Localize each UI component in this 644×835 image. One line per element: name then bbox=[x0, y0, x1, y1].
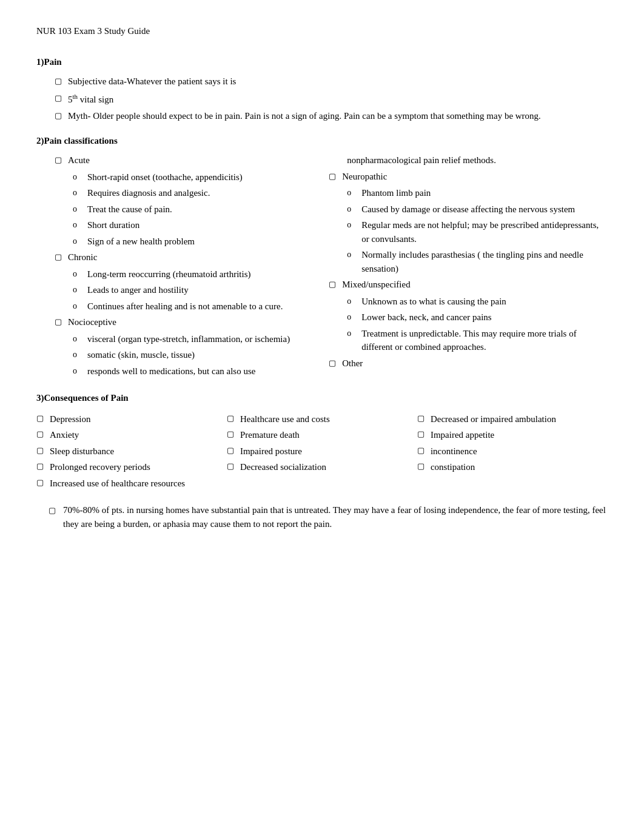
bullet-text: Increased use of healthcare resources bbox=[50, 477, 185, 491]
bullet-o-icon: o bbox=[73, 364, 87, 377]
bullet-o-icon: o bbox=[347, 327, 361, 340]
list-item: ▢ Healthcare use and costs bbox=[227, 412, 411, 426]
bullet-icon: ▢ bbox=[227, 444, 240, 457]
bullet-text: Unknown as to what is causing the pain bbox=[361, 295, 506, 309]
list-item: o Treat the cause of pain. bbox=[73, 203, 304, 216]
list-item: ▢ Sleep disturbance bbox=[36, 444, 221, 458]
bullet-text: Impaired appetite bbox=[431, 428, 494, 442]
list-item: ▢ Decreased or impaired ambulation bbox=[417, 412, 602, 426]
classifications-section: ▢ Acute o Short-rapid onset (toothache, … bbox=[36, 153, 608, 380]
list-item: o Requires diagnosis and analgesic. bbox=[73, 186, 304, 200]
page-title: NUR 103 Exam 3 Study Guide bbox=[36, 24, 608, 38]
bullet-o-icon: o bbox=[73, 283, 87, 296]
consequences-table: ▢ Depression ▢ Anxiety ▢ Sleep disturban… bbox=[36, 412, 608, 493]
bullet-o-icon: o bbox=[73, 348, 87, 361]
list-item: o Unknown as to what is causing the pain bbox=[347, 295, 608, 309]
bullet-text: Long-term reoccurring (rheumatoid arthri… bbox=[87, 267, 250, 281]
bullet-icon: ▢ bbox=[55, 154, 68, 166]
section-3-heading: 3)Consequences of Pain bbox=[36, 391, 608, 405]
bullet-icon: ▢ bbox=[36, 412, 50, 424]
list-item: ▢ constipation bbox=[417, 460, 602, 474]
bullet-o-icon: o bbox=[73, 235, 87, 247]
bullet-o-icon: o bbox=[347, 310, 361, 323]
list-item: ▢ Other bbox=[329, 357, 608, 371]
bullet-text: Normally includes parasthesias ( the tin… bbox=[361, 248, 608, 275]
bullet-icon: ▢ bbox=[417, 428, 431, 440]
consequences-col-1: ▢ Depression ▢ Anxiety ▢ Sleep disturban… bbox=[36, 412, 227, 493]
classifications-left-col: ▢ Acute o Short-rapid onset (toothache, … bbox=[36, 153, 310, 380]
list-item: ▢ Depression bbox=[36, 412, 221, 426]
list-item: ▢ Premature death bbox=[227, 428, 411, 442]
list-item: ▢ Myth- Older people should expect to be… bbox=[55, 109, 608, 123]
list-item: nonpharmacological pain relief methods. bbox=[347, 153, 608, 167]
bullet-icon: ▢ bbox=[329, 278, 342, 290]
bullet-text: Sign of a new health problem bbox=[87, 235, 195, 249]
list-item: ▢ Neuropathic bbox=[329, 170, 608, 184]
list-item: o Caused by damage or disease affecting … bbox=[347, 203, 608, 216]
list-item: o Short duration bbox=[73, 218, 304, 232]
bullet-text: Lower back, neck, and cancer pains bbox=[361, 310, 491, 324]
bullet-icon: ▢ bbox=[329, 170, 342, 183]
bullet-text: somatic (skin, muscle, tissue) bbox=[87, 348, 195, 362]
bullet-text: Continues after healing and is not amena… bbox=[87, 300, 283, 314]
bullet-icon: ▢ bbox=[36, 428, 50, 440]
bullet-text: Other bbox=[342, 357, 363, 371]
bullet-icon: ▢ bbox=[329, 357, 342, 369]
note-text: 70%-80% of pts. in nursing homes have su… bbox=[63, 503, 608, 531]
bullet-icon: ▢ bbox=[55, 316, 68, 328]
classifications-right-col: nonpharmacological pain relief methods. … bbox=[310, 153, 608, 380]
bullet-text: Mixed/unspecified bbox=[342, 278, 410, 292]
bullet-text: Subjective data-Whatever the patient say… bbox=[68, 75, 236, 89]
bullet-o-icon: o bbox=[73, 300, 87, 312]
bullet-o-icon: o bbox=[347, 248, 361, 261]
section-1-heading: 1)Pain bbox=[36, 55, 608, 69]
bullet-text: Prolonged recovery periods bbox=[50, 460, 150, 474]
bullet-icon: ▢ bbox=[55, 251, 68, 263]
bullet-text: visceral (organ type-stretch, inflammati… bbox=[87, 332, 290, 346]
consequences-col-2: ▢ Healthcare use and costs ▢ Premature d… bbox=[227, 412, 417, 493]
list-item: ▢ Acute bbox=[55, 153, 304, 167]
bullet-o-icon: o bbox=[73, 267, 87, 280]
bullet-icon: ▢ bbox=[417, 412, 431, 424]
bullet-text: nonpharmacological pain relief methods. bbox=[347, 155, 496, 165]
bullet-text: Premature death bbox=[240, 428, 300, 442]
list-item: o somatic (skin, muscle, tissue) bbox=[73, 348, 304, 362]
bullet-text: Phantom limb pain bbox=[361, 186, 431, 200]
bullet-text: Short-rapid onset (toothache, appendicit… bbox=[87, 170, 243, 184]
list-item: o Sign of a new health problem bbox=[73, 235, 304, 249]
bullet-icon: ▢ bbox=[49, 505, 63, 517]
bullet-text: Nocioceptive bbox=[68, 315, 116, 329]
bullet-icon: ▢ bbox=[36, 444, 50, 457]
bullet-text: Anxiety bbox=[50, 428, 79, 442]
bullet-icon: ▢ bbox=[417, 444, 431, 457]
bullet-text: Sleep disturbance bbox=[50, 444, 114, 458]
list-item: o Normally includes parasthesias ( the t… bbox=[347, 248, 608, 275]
bullet-text: Leads to anger and hostility bbox=[87, 283, 189, 297]
bullet-text: Acute bbox=[68, 153, 90, 167]
bullet-text: Caused by damage or disease affecting th… bbox=[361, 203, 575, 216]
bullet-icon: ▢ bbox=[55, 110, 68, 122]
list-item: o Lower back, neck, and cancer pains bbox=[347, 310, 608, 324]
bullet-icon: ▢ bbox=[227, 460, 240, 472]
bullet-icon: ▢ bbox=[417, 460, 431, 472]
bullet-icon: ▢ bbox=[227, 412, 240, 424]
list-item: o Long-term reoccurring (rheumatoid arth… bbox=[73, 267, 304, 281]
bullet-o-icon: o bbox=[347, 186, 361, 199]
bullet-icon: ▢ bbox=[36, 460, 50, 472]
list-item: ▢ Impaired appetite bbox=[417, 428, 602, 442]
consequences-col-3: ▢ Decreased or impaired ambulation ▢ Imp… bbox=[417, 412, 608, 493]
bullet-o-icon: o bbox=[73, 218, 87, 231]
bullet-text: constipation bbox=[431, 460, 475, 474]
list-item: ▢ Chronic bbox=[55, 250, 304, 264]
list-item: ▢ Anxiety bbox=[36, 428, 221, 442]
bullet-text: Regular meds are not helpful; may be pre… bbox=[361, 218, 608, 246]
bullet-text: Treatment is unpredictable. This may req… bbox=[361, 327, 608, 354]
bullet-text: Decreased or impaired ambulation bbox=[431, 412, 556, 426]
bullet-text: Neuropathic bbox=[342, 170, 387, 184]
bullet-text: Impaired posture bbox=[240, 444, 302, 458]
list-item: o Phantom limb pain bbox=[347, 186, 608, 200]
list-item: o Regular meds are not helpful; may be p… bbox=[347, 218, 608, 246]
bullet-o-icon: o bbox=[347, 218, 361, 231]
bullet-text: Treat the cause of pain. bbox=[87, 203, 172, 216]
bullet-o-icon: o bbox=[347, 203, 361, 215]
